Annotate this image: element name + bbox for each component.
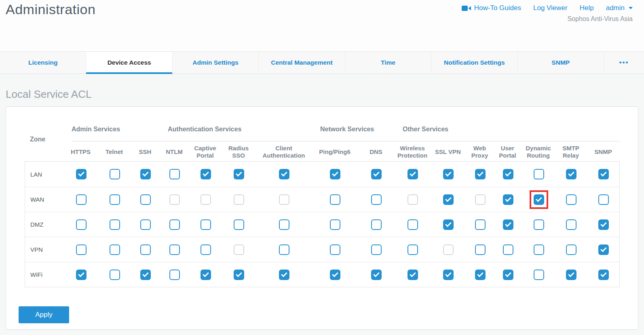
acl-cell-wifi-user-portal [494,265,522,284]
checkbox-wifi-smtp-relay[interactable] [566,270,576,280]
administration-page: Administration How-To Guides Log Viewer … [0,0,644,335]
checkbox-lan-dns[interactable] [371,169,382,179]
acl-cell-lan-snmp [587,165,620,183]
checkbox-dmz-user-portal[interactable] [503,219,513,230]
checkbox-wifi-user-portal[interactable] [503,270,513,280]
checkbox-wan-dynamic-routing[interactable] [534,194,544,205]
checkbox-vpn-telnet[interactable] [110,244,120,255]
checkbox-wan-radius-sso [234,194,244,205]
checkbox-vpn-wireless-protection[interactable] [408,244,418,255]
checkbox-lan-web-proxy[interactable] [475,169,486,179]
checkbox-lan-captive-portal[interactable] [201,169,211,179]
checkbox-dmz-snmp[interactable] [598,219,609,230]
help-link[interactable]: Help [580,4,594,12]
checkbox-wifi-ntlm[interactable] [169,270,180,280]
tab-time[interactable]: Time [345,52,431,74]
checkbox-lan-smtp-relay[interactable] [566,169,576,179]
checkbox-wifi-captive-portal[interactable] [201,270,211,280]
checkbox-lan-wireless-protection[interactable] [408,169,418,179]
checkbox-dmz-ssl-vpn[interactable] [443,219,454,230]
how-to-guides-link[interactable]: How-To Guides [462,4,521,12]
checkbox-wifi-wireless-protection[interactable] [408,270,418,280]
checkbox-lan-radius-sso[interactable] [234,169,244,179]
checkbox-vpn-client-authentication[interactable] [279,244,289,255]
checkbox-wan-snmp[interactable] [598,194,609,205]
checkbox-wrap [439,265,458,284]
checkbox-vpn-snmp[interactable] [598,244,609,255]
checkbox-wifi-ssl-vpn[interactable] [443,270,454,280]
checkbox-lan-dynamic-routing[interactable] [534,169,544,179]
acl-cell-dmz-dns [358,215,395,234]
checkbox-wrap [403,240,422,259]
tab-central-management[interactable]: Central Management [258,52,344,74]
checkbox-wrap [403,165,422,183]
checkbox-wifi-web-proxy[interactable] [475,270,486,280]
checkbox-wifi-radius-sso[interactable] [234,270,244,280]
checkbox-wan-ssh[interactable] [140,194,151,205]
checkbox-vpn-ssh[interactable] [140,244,151,255]
checkbox-dmz-telnet[interactable] [110,219,120,230]
apply-button[interactable]: Apply [19,306,69,323]
checkbox-wan-https[interactable] [76,194,87,205]
checkbox-dmz-ssh[interactable] [140,219,151,230]
acl-cell-wifi-web-proxy [466,265,494,284]
checkbox-wan-dns[interactable] [371,194,382,205]
checkbox-dmz-client-authentication[interactable] [279,219,289,230]
checkbox-vpn-https[interactable] [76,244,87,255]
checkbox-dmz-web-proxy[interactable] [475,219,486,230]
tab-snmp[interactable]: SNMP [517,52,604,74]
zone-label-lan: LAN [25,171,64,178]
checkbox-wan-ssl-vpn[interactable] [443,194,454,205]
checkbox-wrap [594,215,613,234]
checkbox-wifi-https[interactable] [76,270,87,280]
checkbox-wan-ping-ping6[interactable] [330,194,340,205]
checkbox-vpn-smtp-relay[interactable] [566,244,576,255]
checkbox-wifi-snmp[interactable] [598,270,609,280]
checkbox-dmz-radius-sso[interactable] [234,219,244,230]
checkbox-lan-telnet[interactable] [110,169,120,179]
checkbox-vpn-dns[interactable] [371,244,382,255]
checkbox-dmz-dynamic-routing[interactable] [534,219,544,230]
help-label: Help [580,4,594,12]
log-viewer-link[interactable]: Log Viewer [533,4,568,12]
checkbox-dmz-https[interactable] [76,219,87,230]
checkbox-lan-ssl-vpn[interactable] [443,169,454,179]
checkbox-wifi-ssh[interactable] [140,270,151,280]
checkbox-vpn-captive-portal[interactable] [201,244,211,255]
checkbox-vpn-ntlm[interactable] [169,244,180,255]
checkbox-wan-smtp-relay[interactable] [566,194,576,205]
checkbox-dmz-dns[interactable] [371,219,382,230]
checkbox-wifi-dynamic-routing[interactable] [534,270,544,280]
tabs-more-button[interactable]: ••• [604,52,644,74]
checkbox-vpn-web-proxy[interactable] [475,244,486,255]
tab-licensing[interactable]: Licensing [0,52,86,74]
checkbox-wan-telnet[interactable] [110,194,120,205]
checkbox-wifi-dns[interactable] [371,270,382,280]
checkbox-wrap [471,215,490,234]
checkbox-vpn-dynamic-routing[interactable] [534,244,544,255]
checkbox-wifi-ping-ping6[interactable] [330,270,340,280]
checkbox-vpn-ping-ping6[interactable] [330,244,340,255]
checkbox-lan-https[interactable] [76,169,87,179]
checkbox-lan-ping-ping6[interactable] [330,169,340,179]
checkbox-wan-user-portal[interactable] [503,194,513,205]
admin-menu[interactable]: admin [606,4,633,12]
checkbox-dmz-ping-ping6[interactable] [330,219,340,230]
checkbox-wifi-client-authentication[interactable] [279,270,289,280]
tab-device-access[interactable]: Device Access [86,52,172,74]
checkbox-lan-ntlm[interactable] [169,169,180,179]
checkbox-dmz-smtp-relay[interactable] [566,219,576,230]
checkbox-wrap [275,215,293,234]
tab-admin-settings[interactable]: Admin Settings [172,52,258,74]
checkbox-wrap [594,240,613,259]
checkbox-dmz-ntlm[interactable] [169,219,180,230]
checkbox-wifi-telnet[interactable] [110,270,120,280]
checkbox-lan-ssh[interactable] [140,169,151,179]
checkbox-dmz-wireless-protection[interactable] [408,219,418,230]
checkbox-lan-client-authentication[interactable] [279,169,289,179]
tab-notification-settings[interactable]: Notification Settings [431,52,517,74]
checkbox-lan-user-portal[interactable] [503,169,513,179]
checkbox-lan-snmp[interactable] [598,169,609,179]
checkbox-dmz-captive-portal[interactable] [201,219,211,230]
checkbox-vpn-user-portal[interactable] [503,244,513,255]
